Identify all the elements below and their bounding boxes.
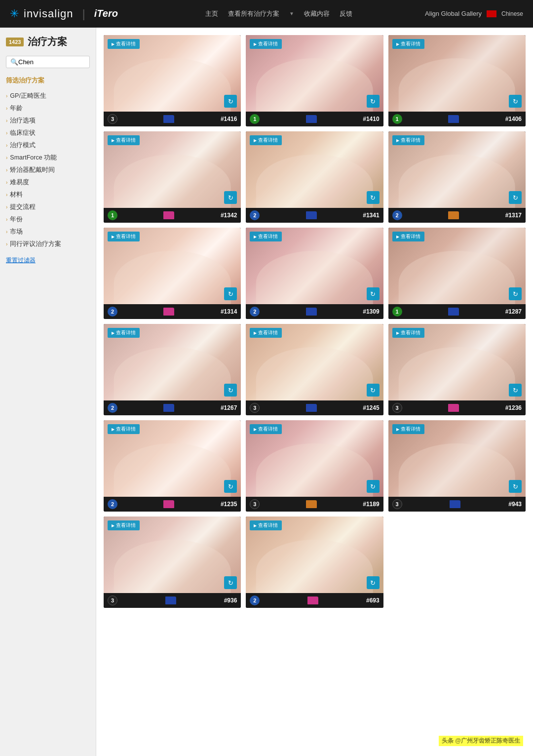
difficulty-badge: 2 xyxy=(392,210,402,220)
filter-item[interactable]: ›难易度 xyxy=(6,176,90,189)
view-details-button[interactable]: 查看详情 xyxy=(250,424,282,434)
tooth-overlay xyxy=(256,443,373,497)
sidebar: 1423 治疗方案 🔍 筛选治疗方案 ›GP/正畸医生›年龄›治疗选项›临床症状… xyxy=(0,28,96,756)
filter-item[interactable]: ›同行评议治疗方案 xyxy=(6,238,90,250)
card-id: #1235 xyxy=(221,501,237,508)
view-details-button[interactable]: 查看详情 xyxy=(108,39,140,49)
filter-item[interactable]: ›年份 xyxy=(6,213,90,226)
filter-item[interactable]: ›治疗选项 xyxy=(6,115,90,127)
gallery-card[interactable]: 查看详情 ↻ 1 #1410 xyxy=(246,35,383,126)
gallery-card[interactable]: 查看详情 ↻ 2 #1317 xyxy=(388,131,526,223)
refresh-button[interactable]: ↻ xyxy=(224,480,237,493)
gallery-card[interactable]: 查看详情 ↻ 3 #1245 xyxy=(246,324,383,415)
gallery-card[interactable]: 查看详情 ↻ 3 #1236 xyxy=(388,324,526,415)
filter-arrow-icon: › xyxy=(6,155,7,160)
refresh-button[interactable]: ↻ xyxy=(224,287,237,300)
view-details-button[interactable]: 查看详情 xyxy=(108,520,140,530)
card-id: #693 xyxy=(366,597,380,604)
difficulty-badge: 2 xyxy=(108,307,117,317)
nav-collections[interactable]: 收藏内容 xyxy=(304,9,330,18)
filter-item[interactable]: ›材料 xyxy=(6,189,90,201)
refresh-button[interactable]: ↻ xyxy=(224,191,237,204)
nav-home[interactable]: 主页 xyxy=(205,9,218,18)
filter-label: 市场 xyxy=(10,228,23,236)
gallery-card[interactable]: 查看详情 ↻ 3 #1189 xyxy=(246,420,383,512)
refresh-button[interactable]: ↻ xyxy=(367,191,380,204)
case-count-badge: 1423 xyxy=(6,38,24,46)
refresh-button[interactable]: ↻ xyxy=(509,191,522,204)
view-details-button[interactable]: 查看详情 xyxy=(392,135,424,145)
reset-filters-button[interactable]: 重置过滤器 xyxy=(6,256,90,265)
view-details-button[interactable]: 查看详情 xyxy=(392,232,424,241)
gallery-card[interactable]: 查看详情 ↻ 2 #1235 xyxy=(104,420,241,512)
gallery-card[interactable]: 查看详情 ↻ 2 #1309 xyxy=(246,228,383,319)
filter-item[interactable]: ›治疗模式 xyxy=(6,139,90,152)
search-box[interactable]: 🔍 xyxy=(6,56,90,68)
refresh-button[interactable]: ↻ xyxy=(224,384,237,397)
gallery-card[interactable]: 查看详情 ↻ 2 #693 xyxy=(246,517,383,608)
tooth-overlay xyxy=(256,58,373,112)
nav-view-all[interactable]: 查看所有治疗方案 xyxy=(228,9,279,18)
filter-arrow-icon: › xyxy=(6,229,7,235)
view-details-button[interactable]: 查看详情 xyxy=(250,39,282,49)
refresh-button[interactable]: ↻ xyxy=(509,480,522,493)
gallery-card[interactable]: 查看详情 ↻ 3 #936 xyxy=(104,517,241,608)
view-details-button[interactable]: 查看详情 xyxy=(108,328,140,338)
refresh-button[interactable]: ↻ xyxy=(509,384,522,397)
search-input[interactable] xyxy=(18,58,85,66)
card-footer: 3 #1189 xyxy=(246,497,383,512)
difficulty-badge: 2 xyxy=(250,307,260,317)
search-icon: 🔍 xyxy=(10,58,18,66)
card-image: 查看详情 ↻ xyxy=(246,420,383,497)
view-details-button[interactable]: 查看详情 xyxy=(392,424,424,434)
filter-item[interactable]: ›SmartForce 功能 xyxy=(6,152,90,164)
filter-item[interactable]: ›临床症状 xyxy=(6,127,90,139)
gallery-card[interactable]: 查看详情 ↻ 1 #1342 xyxy=(104,131,241,223)
gallery-card[interactable]: 查看详情 ↻ 2 #1267 xyxy=(104,324,241,415)
filter-item[interactable]: ›年龄 xyxy=(6,102,90,115)
gallery-card[interactable]: 查看详情 ↻ 2 #1314 xyxy=(104,228,241,319)
view-details-button[interactable]: 查看详情 xyxy=(108,135,140,145)
refresh-button[interactable]: ↻ xyxy=(224,576,237,589)
filter-item[interactable]: ›提交流程 xyxy=(6,201,90,213)
refresh-button[interactable]: ↻ xyxy=(509,95,522,108)
tooth-overlay xyxy=(114,155,231,208)
view-details-button[interactable]: 查看详情 xyxy=(108,424,140,434)
filter-item[interactable]: ›矫治器配戴时间 xyxy=(6,164,90,176)
gallery-card[interactable]: 查看详情 ↻ 3 #1416 xyxy=(104,35,241,126)
main-nav: 主页 查看所有治疗方案 ▼ 收藏内容 反馈 xyxy=(133,9,425,18)
card-image: 查看详情 ↻ xyxy=(246,324,383,400)
folder-icon xyxy=(163,115,174,123)
refresh-button[interactable]: ↻ xyxy=(367,95,380,108)
gallery-link[interactable]: Align Global Gallery xyxy=(425,10,482,17)
refresh-button[interactable]: ↻ xyxy=(224,95,237,108)
view-details-button[interactable]: 查看详情 xyxy=(250,520,282,530)
filter-label: 难易度 xyxy=(10,178,29,187)
gallery-card[interactable]: 查看详情 ↻ 2 #1341 xyxy=(246,131,383,223)
difficulty-badge: 2 xyxy=(250,596,260,605)
view-details-button[interactable]: 查看详情 xyxy=(250,135,282,145)
folder-icon xyxy=(448,115,459,123)
refresh-button[interactable]: ↻ xyxy=(367,576,380,589)
gallery-card[interactable]: 查看详情 ↻ 1 #1287 xyxy=(388,228,526,319)
view-details-button[interactable]: 查看详情 xyxy=(250,232,282,241)
view-details-button[interactable]: 查看详情 xyxy=(392,39,424,49)
difficulty-badge: 3 xyxy=(250,403,260,413)
view-details-button[interactable]: 查看详情 xyxy=(108,232,140,241)
view-details-button[interactable]: 查看详情 xyxy=(250,328,282,338)
nav-feedback[interactable]: 反馈 xyxy=(340,9,352,18)
refresh-button[interactable]: ↻ xyxy=(509,287,522,300)
card-footer: 3 #1245 xyxy=(246,400,383,415)
folder-icon xyxy=(306,308,317,316)
view-details-button[interactable]: 查看详情 xyxy=(392,328,424,338)
refresh-button[interactable]: ↻ xyxy=(367,384,380,397)
logo-separator: | xyxy=(82,7,85,21)
gallery-card[interactable]: 查看详情 ↻ 3 #943 xyxy=(388,420,526,512)
card-footer: 2 #1267 xyxy=(104,400,241,415)
filter-item[interactable]: ›市场 xyxy=(6,226,90,238)
refresh-button[interactable]: ↻ xyxy=(367,480,380,493)
refresh-button[interactable]: ↻ xyxy=(367,287,380,300)
filter-item[interactable]: ›GP/正畸医生 xyxy=(6,90,90,102)
gallery-card[interactable]: 查看详情 ↻ 1 #1406 xyxy=(388,35,526,126)
card-id: #1309 xyxy=(363,308,379,315)
